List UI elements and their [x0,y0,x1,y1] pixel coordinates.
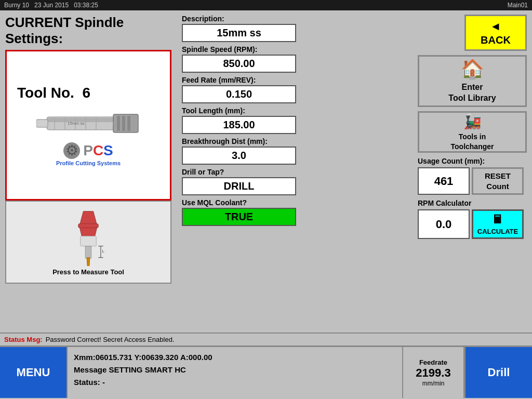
feedrate-unit: mm/min [422,380,445,387]
feedrate-input[interactable] [182,85,296,103]
svg-marker-17 [87,257,90,265]
svg-rect-16 [85,246,91,258]
feedrate-value: 2199.3 [416,366,450,380]
house-icon: 🏠 [461,58,484,80]
status-bar: Status Msg: Password Correct! Secret Acc… [0,332,532,346]
svg-rect-11 [127,116,130,131]
usage-count-row: RESET Count [418,167,527,195]
tool-image-box: Tool No. 6 [5,50,171,201]
spindle-input[interactable] [182,55,296,73]
title-bar: Burny 10 23 Jun 2015 03:38:25 Main01 [0,0,532,10]
status-text: Status: - [74,376,396,389]
main-content: CURRENT Spindle Settings: Tool No. 6 [0,10,532,332]
tool-length-field: Tool Length (mm): [182,107,407,134]
enter-tool-lib-label: Enter Tool Library [448,82,496,104]
tool-length-label: Tool Length (mm): [182,107,407,115]
screen-name: Main01 [508,2,528,9]
toolchanger-icon: 🚂 [463,113,482,130]
description-field: Description: [182,15,407,42]
mql-label: Use MQL Coolant? [182,198,407,207]
breakthrough-label: Breakthrough Dist (mm): [182,137,407,145]
coords-area: Xmm:06015.731 Y:00639.320 A:000.00 Messa… [68,347,402,398]
tool-number: Tool No. 6 [12,85,90,101]
bottom-bar: MENU Xmm:06015.731 Y:00639.320 A:000.00 … [0,346,532,398]
pcs-logo: PCS [63,142,113,159]
usage-count-section: Usage Count (mm): RESET Count [418,157,527,195]
mql-field: Use MQL Coolant? [182,198,407,226]
message-text: Message SETTING SMART HC [74,364,396,376]
status-message: Password Correct! Secret Access Enabled. [46,336,175,343]
drill-tap-label: Drill or Tap? [182,168,407,176]
enter-tool-library-button[interactable]: 🏠 Enter Tool Library [418,55,527,107]
breakthrough-input[interactable] [182,147,296,165]
svg-rect-15 [81,236,97,246]
drill-image: 15mm ss [36,107,140,140]
description-label: Description: [182,15,407,23]
pcs-subtitle: Profile Cutting Systems [56,160,121,166]
menu-button[interactable]: MENU [0,347,68,398]
status-msg-label: Status Msg: [4,336,43,343]
measure-tool-button[interactable]: L Press to Measure Tool [5,201,171,284]
right-panel: ◄ BACK 🏠 Enter Tool Library 🚂 Tools in T… [413,15,527,328]
app-info: Burny 10 23 Jun 2015 03:38:25 [4,2,98,9]
center-panel: Description: Spindle Speed (RPM): Feed R… [182,15,407,328]
svg-rect-9 [117,116,120,131]
tool-length-input[interactable] [182,116,296,134]
rpm-calculator-section: RPM Calculator 🖩 CALCULATE [418,199,527,239]
tools-changer-label: Tools in Toolchanger [451,132,494,151]
drill-tap-field: Drill or Tap? [182,168,407,195]
svg-rect-10 [122,116,125,131]
back-arrow-icon: ◄ [490,20,501,33]
rpm-calc-label: RPM Calculator [418,199,527,207]
drill-button[interactable]: Drill [464,347,532,398]
spindle-field: Spindle Speed (RPM): [182,45,407,73]
reset-count-button[interactable]: RESET Count [472,167,524,195]
tool-holder-image: L [68,209,109,266]
svg-rect-7 [36,119,48,127]
calculator-icon: 🖩 [492,213,503,227]
feedrate-label: Feed Rate (mm/REV): [182,76,407,84]
svg-rect-18 [78,223,98,228]
back-button[interactable]: ◄ BACK [464,15,527,51]
svg-text:15mm ss: 15mm ss [68,121,84,126]
rpm-calc-row: 🖩 CALCULATE [418,209,527,239]
spindle-label: Spindle Speed (RPM): [182,45,407,54]
pcs-text: PCS [83,142,113,159]
rpm-value-input[interactable] [418,209,470,239]
pcs-gear-icon [63,142,80,159]
feedrate-label: Feedrate [419,358,447,366]
calculate-button[interactable]: 🖩 CALCULATE [472,209,524,239]
page-title: CURRENT Spindle Settings: [5,15,177,47]
drill-tap-input[interactable] [182,177,296,195]
mql-input[interactable] [182,208,296,226]
back-label: BACK [481,34,511,46]
calculate-label: CALCULATE [477,228,518,235]
measure-label: Press to Measure Tool [52,268,124,276]
description-input[interactable] [182,24,296,42]
usage-count-label: Usage Count (mm): [418,157,527,165]
feedrate-box: Feedrate 2199.3 mm/min [402,347,464,398]
feedrate-field: Feed Rate (mm/REV): [182,76,407,103]
coords-text: Xmm:06015.731 Y:00639.320 A:000.00 [74,351,396,364]
breakthrough-field: Breakthrough Dist (mm): [182,137,407,165]
usage-count-value[interactable] [418,167,470,195]
left-panel: CURRENT Spindle Settings: Tool No. 6 [5,15,177,328]
svg-text:L: L [102,249,104,254]
tools-in-toolchanger-button[interactable]: 🚂 Tools in Toolchanger [418,111,527,153]
